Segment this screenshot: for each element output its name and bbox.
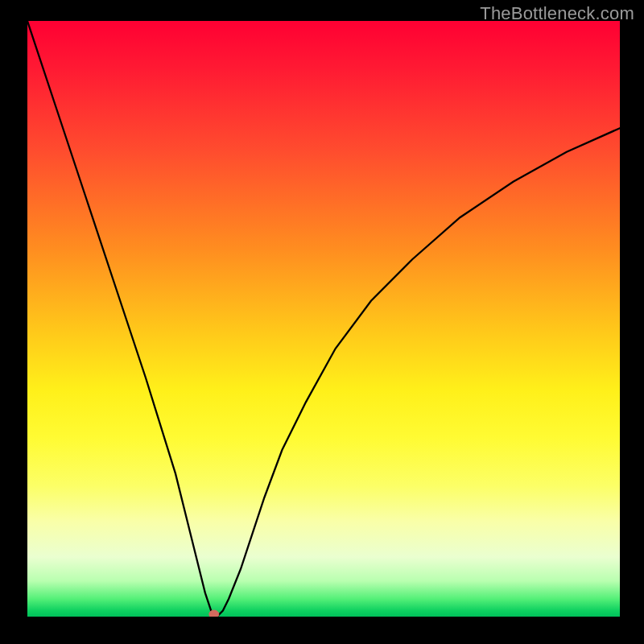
plot-area (27, 21, 620, 617)
chart-frame: TheBottleneck.com (0, 0, 644, 644)
watermark-label: TheBottleneck.com (480, 3, 634, 24)
minimum-marker-icon (209, 610, 219, 617)
curve-layer (27, 21, 620, 617)
bottleneck-curve-path (27, 21, 620, 617)
